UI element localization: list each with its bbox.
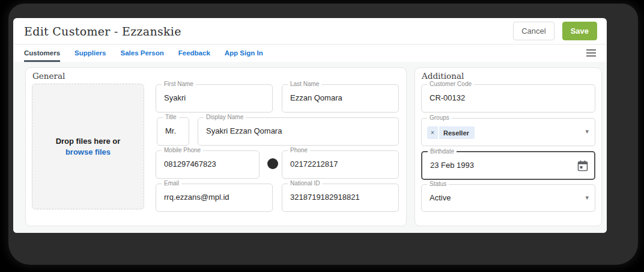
chevron-down-icon[interactable]: ▾	[585, 194, 589, 202]
last-name-field[interactable]: Last Name Ezzan Qomara	[282, 84, 399, 113]
title-field[interactable]: Title Mr.	[157, 117, 189, 146]
mobile-phone-label: Mobile Phone	[162, 147, 203, 153]
last-name-value: Ezzan Qomara	[290, 93, 342, 102]
file-dropzone[interactable]: Drop files here or browse files	[32, 84, 144, 209]
first-name-value: Syakri	[164, 93, 186, 102]
save-button[interactable]: Save	[562, 22, 597, 40]
title-value: Mr.	[165, 126, 176, 135]
status-value: Active	[430, 193, 451, 202]
general-panel: General Drop files here or browse files …	[25, 67, 407, 226]
email-label: Email	[162, 180, 181, 187]
phone-field[interactable]: Phone 02172212817	[282, 150, 399, 179]
form-body: General Drop files here or browse files …	[13, 62, 607, 233]
national-id-label: National ID	[288, 180, 322, 187]
tab-customers[interactable]: Customers	[24, 45, 60, 62]
status-select[interactable]: Status Active ▾	[421, 184, 595, 212]
tab-sales-person[interactable]: Sales Person	[120, 45, 163, 62]
page-title: Edit Customer - Ezzanskie	[24, 25, 181, 38]
phone-value: 02172212817	[290, 159, 338, 168]
group-chip-reseller: × Reseller	[427, 126, 475, 139]
status-label: Status	[427, 181, 449, 187]
edit-customer-window: Edit Customer - Ezzanskie Cancel Save Cu…	[13, 18, 607, 233]
browse-files-link[interactable]: browse files	[65, 147, 111, 156]
hamburger-menu-icon[interactable]	[586, 49, 596, 57]
display-name-label: Display Name	[204, 114, 246, 120]
general-section-title: General	[32, 71, 65, 81]
tab-bar: Customers Suppliers Sales Person Feedbac…	[13, 45, 607, 62]
customer-code-field[interactable]: Customer Code CR-00132	[421, 84, 595, 113]
tab-app-sign-in[interactable]: App Sign In	[225, 45, 263, 62]
window-header: Edit Customer - Ezzanskie Cancel Save	[13, 18, 607, 45]
additional-section-title: Additional	[422, 71, 464, 81]
email-value: rrq.ezzans@mpl.id	[164, 193, 229, 202]
first-name-label: First Name	[162, 81, 196, 87]
display-name-field[interactable]: Display Name Syakri Ezzan Qomara	[198, 117, 399, 146]
groups-select[interactable]: Groups × Reseller ▾	[421, 118, 595, 146]
customer-code-label: Customer Code	[427, 81, 474, 87]
dropzone-text: Drop files here or	[56, 137, 121, 146]
mobile-phone-value: 081297467823	[164, 159, 216, 168]
birthdate-label: Birthdate	[428, 148, 457, 155]
tab-suppliers[interactable]: Suppliers	[74, 45, 106, 62]
customer-code-value: CR-00132	[430, 93, 465, 102]
tab-feedback[interactable]: Feedback	[178, 45, 210, 62]
mobile-phone-field[interactable]: Mobile Phone 081297467823	[156, 150, 260, 179]
birthdate-value: 23 Feb 1993	[430, 161, 474, 170]
additional-panel: Additional Customer Code CR-00132 Groups…	[415, 67, 602, 226]
mobile-phone-badge-icon[interactable]	[267, 158, 278, 169]
chevron-down-icon[interactable]: ▾	[585, 128, 589, 135]
screenshot-stage: Edit Customer - Ezzanskie Cancel Save Cu…	[0, 0, 644, 272]
last-name-label: Last Name	[288, 81, 321, 87]
display-name-value: Syakri Ezzan Qomara	[206, 126, 282, 135]
calendar-icon[interactable]	[577, 160, 588, 172]
national-id-field[interactable]: National ID 3218719182918821	[282, 184, 399, 212]
phone-label: Phone	[288, 147, 310, 153]
first-name-field[interactable]: First Name Syakri	[156, 84, 273, 113]
chip-label: Reseller	[439, 129, 475, 137]
header-actions: Cancel Save	[513, 22, 597, 40]
title-label: Title	[163, 114, 179, 120]
groups-label: Groups	[427, 114, 452, 121]
birthdate-field[interactable]: Birthdate 23 Feb 1993	[421, 151, 595, 180]
chip-remove-icon[interactable]: ×	[427, 126, 439, 139]
national-id-value: 3218719182918821	[290, 193, 360, 202]
cancel-button[interactable]: Cancel	[513, 22, 554, 40]
email-field[interactable]: Email rrq.ezzans@mpl.id	[156, 184, 273, 212]
